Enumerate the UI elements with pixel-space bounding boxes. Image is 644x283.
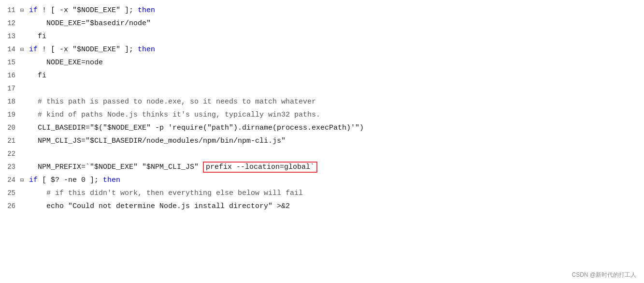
line-number: 26	[0, 201, 20, 212]
code-line: 25 # if this didn't work, then everythin…	[0, 188, 644, 201]
code-text: NPM_PREFIX=`"$NODE_EXE" "$NPM_CLI_JS"	[38, 163, 203, 171]
line-number: 15	[0, 57, 20, 68]
code-content: fi	[29, 70, 46, 82]
code-line: 14⊟if ! [ -x "$NODE_EXE" ]; then	[0, 44, 644, 57]
code-line: 20 CLI_BASEDIR="$("$NODE_EXE" -p 'requir…	[0, 122, 644, 135]
code-text: if ! [ -x "$NODE_EXE" ]; then	[29, 45, 155, 54]
fold-icon[interactable]: ⊟	[20, 45, 29, 55]
code-line: 23 NPM_PREFIX=`"$NODE_EXE" "$NPM_CLI_JS"…	[0, 162, 644, 175]
fold-icon[interactable]: ⊟	[20, 176, 29, 186]
fold-icon[interactable]: ⊟	[20, 6, 29, 16]
code-content: CLI_BASEDIR="$("$NODE_EXE" -p 'require("…	[29, 122, 364, 134]
line-number: 12	[0, 18, 20, 29]
code-content: # kind of paths Node.js thinks it's usin…	[29, 109, 320, 121]
code-text: if ! [ -x "$NODE_EXE" ]; then	[29, 6, 155, 15]
code-line: 13 fi	[0, 31, 644, 44]
code-line: 11⊟if ! [ -x "$NODE_EXE" ]; then	[0, 5, 644, 18]
code-line: 26 echo "Could not determine Node.js ins…	[0, 201, 644, 214]
code-content: if ! [ -x "$NODE_EXE" ]; then	[29, 44, 155, 56]
highlighted-code: prefix --location=global`	[203, 162, 317, 173]
code-content: # this path is passed to node.exe, so it…	[29, 96, 316, 108]
code-container: 11⊟if ! [ -x "$NODE_EXE" ]; then12 NODE_…	[0, 0, 644, 283]
code-content: NODE_EXE="$basedir/node"	[29, 18, 151, 30]
code-text: NODE_EXE=node	[46, 59, 103, 67]
line-number: 25	[0, 188, 20, 199]
code-line: 22	[0, 149, 644, 162]
code-text: fi	[38, 32, 46, 41]
line-number: 16	[0, 70, 20, 81]
code-line: 17	[0, 83, 644, 96]
comment-text: # this path is passed to node.exe, so it…	[38, 98, 316, 106]
code-content: NPM_CLI_JS="$CLI_BASEDIR/node_modules/np…	[29, 135, 286, 148]
comment-text: # kind of paths Node.js thinks it's usin…	[38, 111, 320, 119]
watermark: CSDN @新时代的打工人	[572, 271, 636, 279]
code-line: 24⊟if [ $? -ne 0 ]; then	[0, 175, 644, 188]
code-text: echo "Could not determine Node.js instal…	[46, 202, 290, 210]
line-number: 13	[0, 31, 20, 42]
code-content: echo "Could not determine Node.js instal…	[29, 201, 290, 213]
code-content: # if this didn't work, then everything e…	[29, 188, 303, 200]
code-line: 19 # kind of paths Node.js thinks it's u…	[0, 109, 644, 122]
code-text: fi	[38, 72, 46, 80]
comment-text: # if this didn't work, then everything e…	[46, 189, 303, 197]
code-line: 16 fi	[0, 70, 644, 83]
code-line: 12 NODE_EXE="$basedir/node"	[0, 18, 644, 31]
code-line: 18 # this path is passed to node.exe, so…	[0, 96, 644, 109]
line-number: 22	[0, 149, 20, 160]
line-number: 24	[0, 175, 20, 186]
line-number: 23	[0, 162, 20, 173]
code-line: 21 NPM_CLI_JS="$CLI_BASEDIR/node_modules…	[0, 135, 644, 149]
code-content: if [ $? -ne 0 ]; then	[29, 175, 120, 187]
line-number: 18	[0, 96, 20, 107]
line-number: 19	[0, 109, 20, 120]
code-content: if ! [ -x "$NODE_EXE" ]; then	[29, 5, 155, 17]
code-content: fi	[29, 31, 46, 43]
code-text: NODE_EXE="$basedir/node"	[46, 19, 151, 28]
code-content: NODE_EXE=node	[29, 57, 103, 69]
code-line: 15 NODE_EXE=node	[0, 57, 644, 70]
code-content: NPM_PREFIX=`"$NODE_EXE" "$NPM_CLI_JS" pr…	[29, 162, 317, 174]
line-number: 17	[0, 83, 20, 94]
line-number: 21	[0, 135, 20, 147]
code-text: CLI_BASEDIR="$("$NODE_EXE" -p 'require("…	[38, 124, 364, 132]
code-text: if [ $? -ne 0 ]; then	[29, 176, 120, 184]
line-number: 20	[0, 122, 20, 134]
line-number: 14	[0, 44, 20, 55]
line-number: 11	[0, 5, 20, 16]
code-text: NPM_CLI_JS="$CLI_BASEDIR/node_modules/np…	[38, 137, 286, 145]
